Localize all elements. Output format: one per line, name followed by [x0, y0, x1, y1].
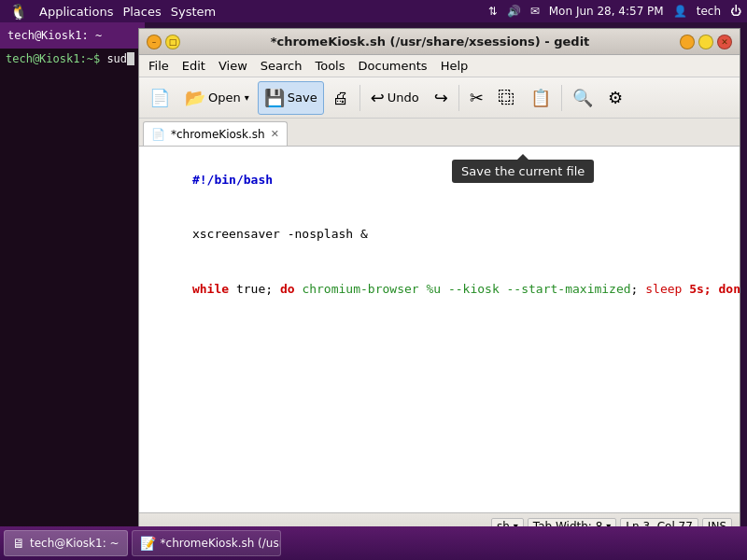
- envelope-icon: ✉: [530, 5, 540, 18]
- terminal-titlebar: tech@Kiosk1: ~: [0, 22, 145, 49]
- open-dropdown-arrow[interactable]: ▾: [245, 92, 249, 103]
- save-label: Save: [288, 91, 317, 105]
- gedit-menubar: File Edit View Search Tools Documents He…: [139, 55, 740, 77]
- tab-label: *chromeKiosk.sh: [171, 128, 265, 141]
- username: tech: [697, 5, 721, 18]
- menu-help[interactable]: Help: [435, 57, 474, 75]
- new-button[interactable]: 📄: [143, 81, 176, 115]
- open-button[interactable]: 📂 Open ▾: [178, 81, 256, 115]
- save-button[interactable]: 💾 Save: [258, 81, 324, 115]
- redo-icon: ↪: [434, 88, 448, 107]
- cut-icon: ✂: [470, 88, 484, 107]
- datetime: Mon Jun 28, 4:57 PM: [549, 5, 664, 18]
- paste-button[interactable]: 📋: [524, 81, 557, 115]
- close-button[interactable]: ✕: [717, 35, 732, 49]
- redo-button[interactable]: ↪: [428, 81, 455, 115]
- system-bar-right: ⇅ 🔊 ✉ Mon Jun 28, 4:57 PM 👤 tech ⏻: [488, 5, 741, 18]
- gedit-tab[interactable]: 📄 *chromeKiosk.sh ✕: [143, 121, 288, 146]
- toolbar-separator-1: [359, 85, 360, 111]
- taskbar: 🖥 tech@Kiosk1: ~ 📝 *chromeKiosk.sh (/usr…: [0, 526, 747, 560]
- ubuntu-icon: 🐧: [6, 3, 32, 21]
- menu-file[interactable]: File: [143, 57, 175, 75]
- power-icon[interactable]: ⏻: [730, 5, 741, 18]
- gedit-tabbar: 📄 *chromeKiosk.sh ✕: [139, 119, 740, 147]
- taskbar-terminal-label: tech@Kiosk1: ~: [30, 537, 120, 550]
- line2-text: xscreensaver -nosplash &: [192, 227, 368, 241]
- taskbar-gedit[interactable]: 📝 *chromeKiosk.sh (/usr/s...: [132, 530, 281, 556]
- terminal-title: tech@Kiosk1: ~: [7, 29, 102, 42]
- undo-icon: ↩: [371, 88, 385, 107]
- network-icon: ⇅: [488, 5, 498, 18]
- menu-documents[interactable]: Documents: [353, 57, 433, 75]
- minimize-button[interactable]: –: [147, 35, 162, 49]
- terminal-window: tech@Kiosk1: ~ tech@Kiosk1:~$ sud: [0, 22, 145, 550]
- chromium-cmd: chromium-browser %u --kiosk --start-maxi…: [302, 282, 630, 296]
- system-bar-left: 🐧 Applications Places System: [6, 3, 219, 21]
- code-line-1: #!/bin/bash: [148, 152, 730, 207]
- while-keyword: while: [192, 282, 229, 296]
- volume-icon: 🔊: [507, 5, 521, 18]
- done-keyword: 5s; done: [682, 282, 740, 296]
- gedit-editor[interactable]: #!/bin/bash xscreensaver -nosplash & whi…: [139, 147, 740, 512]
- menu-view[interactable]: View: [213, 57, 253, 75]
- system-menu[interactable]: System: [167, 5, 219, 19]
- do-keyword: do: [280, 282, 295, 296]
- new-icon: 📄: [149, 88, 170, 107]
- toolbar-separator-3: [561, 85, 562, 111]
- copy-icon: ⿻: [499, 88, 515, 107]
- save-icon: 💾: [264, 88, 285, 107]
- terminal-command: sud: [100, 52, 127, 65]
- menu-edit[interactable]: Edit: [176, 57, 211, 75]
- open-label: Open: [208, 91, 241, 105]
- search-icon: 🔍: [572, 88, 593, 107]
- cut-button[interactable]: ✂: [463, 81, 490, 115]
- gedit-window: – □ *chromeKiosk.sh (/usr/share/xsession…: [138, 28, 740, 539]
- taskbar-terminal[interactable]: 🖥 tech@Kiosk1: ~: [4, 530, 128, 556]
- applications-menu[interactable]: Applications: [35, 5, 117, 19]
- maximize-button[interactable]: □: [165, 35, 180, 49]
- toolbar-separator-2: [458, 85, 459, 111]
- taskbar-gedit-icon: 📝: [140, 536, 156, 551]
- sleep-keyword: sleep: [645, 282, 682, 296]
- menu-search[interactable]: Search: [255, 57, 308, 75]
- terminal-content[interactable]: tech@Kiosk1:~$ sud: [0, 49, 145, 69]
- search-toolbar-button[interactable]: 🔍: [566, 81, 599, 115]
- gedit-title: *chromeKiosk.sh (/usr/share/xsessions) -…: [271, 35, 590, 49]
- tools-icon: ⚙: [608, 88, 623, 107]
- taskbar-gedit-label: *chromeKiosk.sh (/usr/s...: [161, 537, 281, 550]
- system-bar: 🐧 Applications Places System ⇅ 🔊 ✉ Mon J…: [0, 0, 747, 22]
- menu-tools[interactable]: Tools: [309, 57, 350, 75]
- taskbar-terminal-icon: 🖥: [12, 536, 25, 551]
- code-line-3: while true; do chromium-browser %u --kio…: [148, 261, 730, 316]
- copy-button[interactable]: ⿻: [492, 81, 522, 115]
- tab-doc-icon: 📄: [151, 128, 165, 141]
- undo-button[interactable]: ↩ Undo: [364, 81, 426, 115]
- title-btn-yellow[interactable]: [698, 35, 713, 49]
- gedit-toolbar: 📄 📂 Open ▾ 💾 Save 🖨 ↩ Undo ↪ ✂: [139, 77, 740, 119]
- terminal-prompt: tech@Kiosk1:~$: [6, 52, 100, 65]
- shebang-text: #!/bin/bash: [192, 173, 273, 187]
- gedit-titlebar: – □ *chromeKiosk.sh (/usr/share/xsession…: [139, 29, 740, 55]
- open-icon: 📂: [185, 88, 205, 107]
- title-btn-orange[interactable]: [680, 35, 695, 49]
- undo-label: Undo: [388, 91, 419, 105]
- code-line-2: xscreensaver -nosplash &: [148, 207, 730, 262]
- tab-close-button[interactable]: ✕: [271, 128, 279, 140]
- paste-icon: 📋: [530, 88, 551, 107]
- print-icon: 🖨: [332, 88, 349, 107]
- terminal-cursor: [127, 52, 134, 65]
- title-right-buttons: ✕: [680, 35, 732, 49]
- title-left-buttons: – □: [147, 35, 180, 49]
- tools-toolbar-button[interactable]: ⚙: [601, 81, 629, 115]
- places-menu[interactable]: Places: [119, 5, 164, 19]
- user-icon: 👤: [673, 5, 687, 18]
- print-button[interactable]: 🖨: [326, 81, 356, 115]
